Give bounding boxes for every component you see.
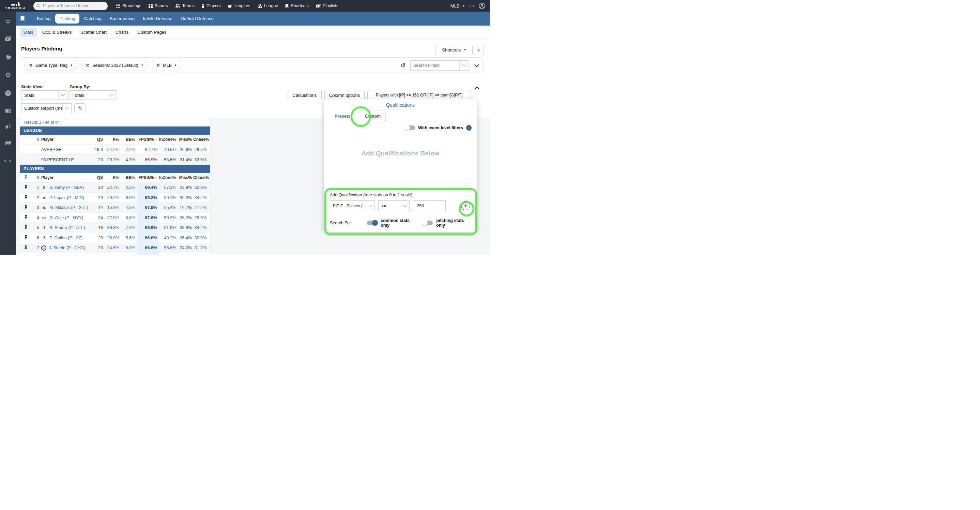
stats-view-select[interactable]: Stats <box>21 90 67 100</box>
user-avatar-icon[interactable] <box>479 3 485 9</box>
pin-icon[interactable] <box>24 205 28 210</box>
tab-outfield-defense[interactable]: Outfield Defense <box>177 14 217 24</box>
collapse-controls-chevron-icon[interactable] <box>474 87 480 92</box>
nav-standings[interactable]: Standings <box>116 3 142 8</box>
stat-select[interactable]: P|PIT - Pitches (... <box>330 201 375 211</box>
shortcuts-dropdown-button[interactable]: Shortcuts ▾ <box>435 45 473 55</box>
settings-gear-icon[interactable]: ⚙ <box>0 71 16 79</box>
nav-playlists[interactable]: Playlists <box>316 3 338 8</box>
tab-scatter-chart[interactable]: Scatter Chart <box>77 28 110 37</box>
tab-presets[interactable]: Presets <box>330 110 355 122</box>
search-filters-combobox[interactable] <box>410 61 469 70</box>
col-miss[interactable]: Miss% <box>178 175 193 180</box>
player-link[interactable]: G. Kirby (P - SEA) <box>49 185 84 190</box>
tab-infield-defense[interactable]: Infield Defense <box>139 14 176 24</box>
col-bb[interactable]: BB% <box>121 137 137 142</box>
col-fpstk[interactable]: FPStk%▼ <box>137 175 158 180</box>
nav-players[interactable]: Players <box>202 3 221 8</box>
operator-select[interactable]: >= <box>378 201 410 211</box>
filter-chip-seasons[interactable]: ✕ Seasons: 2023 (Default) ▾ <box>81 60 148 71</box>
pin-icon[interactable] <box>24 215 28 220</box>
global-search[interactable] <box>33 2 108 10</box>
nav-teams[interactable]: Teams <box>175 3 195 8</box>
tab-baserunning[interactable]: Baserunning <box>106 14 138 24</box>
pin-icon[interactable] <box>24 235 28 240</box>
edit-report-button[interactable]: ✎ <box>74 103 86 113</box>
remove-filter-icon[interactable]: ✕ <box>86 63 89 68</box>
tab-custom-pages[interactable]: Custom Pages <box>134 28 170 37</box>
col-rank[interactable]: # <box>32 137 40 142</box>
player-link[interactable]: G. Cole (P - NYY) <box>49 215 83 220</box>
col-player[interactable]: Player <box>40 175 90 180</box>
pitching-stats-toggle[interactable] <box>423 221 433 225</box>
col-rank[interactable]: # <box>32 175 40 180</box>
calculations-button[interactable]: Calculations <box>288 90 322 100</box>
col-player[interactable]: Player <box>40 137 90 142</box>
code-embed-icon[interactable]: < > <box>0 157 16 165</box>
qualifier-summary-button[interactable]: Players with [IP] >= 162 OR [IP] >= team… <box>368 90 471 100</box>
col-chase[interactable]: Chase% <box>193 137 210 142</box>
col-inzone[interactable]: InZone% <box>158 175 178 180</box>
filter-chip-league[interactable]: ✕ MLB ▾ <box>152 60 181 71</box>
group-by-select[interactable]: Totals <box>70 90 116 100</box>
col-k[interactable]: K% <box>104 175 121 180</box>
add-qualification-button[interactable]: + <box>461 201 470 210</box>
tab-occ-streaks[interactable]: Occ. & Streaks <box>39 28 75 37</box>
column-options-button[interactable]: Column options <box>325 90 364 100</box>
tab-custom[interactable]: Custom <box>360 110 386 122</box>
event-level-filters-toggle[interactable] <box>405 126 415 130</box>
tab-batting[interactable]: Batting <box>33 14 54 24</box>
media-gallery-icon[interactable] <box>0 139 16 147</box>
pin-icon[interactable] <box>24 225 28 231</box>
col-miss[interactable]: Miss% <box>178 137 193 142</box>
announcements-megaphone-icon[interactable] <box>0 123 16 131</box>
bookmark-icon[interactable] <box>21 16 24 21</box>
player-link[interactable]: S. Strider (P - ATL) <box>49 225 85 230</box>
trumedia-logo[interactable]: TRUMEDIA <box>0 0 31 11</box>
player-link[interactable]: P. López (P - MIN) <box>49 195 84 200</box>
global-search-input[interactable] <box>42 3 105 8</box>
pin-icon[interactable] <box>24 195 28 200</box>
info-icon[interactable]: i <box>466 125 472 131</box>
filter-chip-game-type[interactable]: ✕ Game Type: Reg ▾ <box>24 60 77 71</box>
combobox-chevron[interactable] <box>459 61 469 70</box>
tab-pitching[interactable]: Pitching <box>55 14 79 24</box>
help-icon[interactable]: ? <box>0 89 16 97</box>
col-chase[interactable]: Chase% <box>193 175 210 180</box>
nav-shortcuts[interactable]: Shortcuts <box>285 3 309 8</box>
pin-column-icon[interactable] <box>24 175 28 180</box>
player-link[interactable]: Z. Gallen (P - AZ) <box>49 236 83 240</box>
col-bb[interactable]: BB% <box>121 175 137 180</box>
nav-scores[interactable]: Scores <box>149 3 168 8</box>
filter-sliders-icon[interactable] <box>0 19 16 26</box>
remove-filter-icon[interactable]: ✕ <box>156 63 160 68</box>
expand-filters-chevron-icon[interactable] <box>474 62 479 67</box>
tab-charts[interactable]: Charts <box>112 28 132 37</box>
pin-icon[interactable] <box>24 185 28 190</box>
remove-filter-icon[interactable]: ✕ <box>29 63 32 68</box>
nav-umpires[interactable]: Umpires <box>228 3 250 8</box>
threshold-input[interactable] <box>413 201 446 211</box>
video-playlist-icon[interactable] <box>0 35 16 43</box>
filter-history-icon[interactable]: ↺ <box>400 62 406 69</box>
results-summary[interactable]: Results 1 - 44 of 44 <box>20 118 210 126</box>
pin-icon[interactable] <box>24 245 28 250</box>
col-inzone[interactable]: InZone% <box>158 137 178 142</box>
tab-stats[interactable]: Stats <box>20 28 37 37</box>
player-link[interactable]: M. Mikolas (P - STL) <box>49 205 88 210</box>
col-qs[interactable]: QS <box>90 137 104 142</box>
add-shortcut-button[interactable]: + <box>474 45 484 55</box>
col-fpstk[interactable]: FPStk%▼ <box>137 137 158 142</box>
league-selector[interactable]: MLB ▾ <box>450 3 465 8</box>
locale-label[interactable]: en <box>469 3 474 8</box>
report-select[interactable]: Custom Report (me) <box>21 103 72 113</box>
glossary-book-icon[interactable] <box>0 107 16 115</box>
field-view-icon[interactable] <box>0 54 16 61</box>
search-filters-input[interactable] <box>410 63 459 68</box>
nav-league[interactable]: League <box>258 3 278 8</box>
col-k[interactable]: K% <box>104 137 121 142</box>
tab-catching[interactable]: Catching <box>81 14 105 24</box>
col-qs[interactable]: QS <box>90 175 104 180</box>
player-link[interactable]: J. Steele (P - CHC) <box>49 245 85 250</box>
common-stats-toggle[interactable] <box>367 221 377 225</box>
